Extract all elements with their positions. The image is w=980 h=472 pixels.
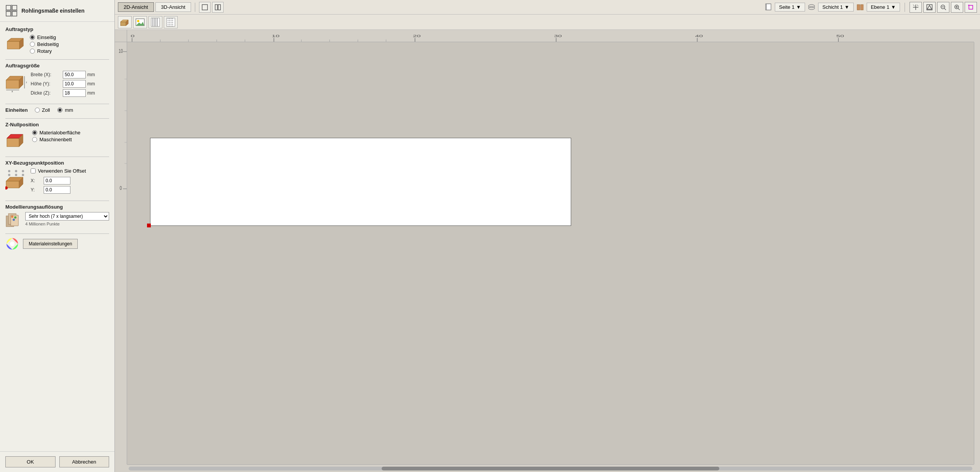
svg-line-48 [913, 5, 915, 6]
seite-dropdown[interactable]: Seite 1 ▼ [775, 3, 805, 11]
image-button[interactable] [133, 16, 147, 28]
auftragstyp-einseitig[interactable]: Einseitig [30, 34, 59, 40]
zoom-out-button[interactable] [937, 2, 949, 13]
einheiten-mm[interactable]: mm [57, 107, 73, 113]
znull-maschinenbett[interactable]: Maschinenbett [32, 137, 80, 142]
top-right-tools [910, 2, 977, 13]
svg-point-34 [13, 219, 15, 221]
ebene-dropdown[interactable]: Ebene 1 ▼ [867, 3, 900, 11]
svg-point-23 [8, 170, 10, 172]
auftragstyp-title: Auftragstyp [5, 26, 109, 32]
panel-footer: OK Abbrechen [0, 451, 114, 472]
schicht-dropdown[interactable]: Schicht 1 ▼ [818, 3, 853, 11]
cross-tool-button[interactable] [910, 2, 922, 13]
breite-input[interactable] [63, 71, 86, 78]
einheiten-section: Einheiten Zoll mm [5, 107, 109, 113]
box3d-button[interactable] [118, 16, 132, 28]
svg-point-25 [22, 170, 24, 172]
layout-split-button[interactable] [212, 2, 224, 13]
box3d-icon [120, 17, 130, 27]
xy-icon-area [5, 168, 27, 191]
panel-body: Auftragstyp Einseitig Beidseitig [0, 22, 114, 451]
ruler-h: 0 10 20 30 40 50 [127, 30, 974, 42]
svg-text:z: z [26, 81, 27, 83]
pattern1-icon [150, 17, 160, 27]
y-row: Y: [31, 186, 109, 194]
znull-row: Materialoberfläche Maschinenbett [5, 130, 109, 151]
ruler-v: 10 0 [115, 42, 127, 464]
znull-materialoberfläche[interactable]: Materialoberfläche [32, 130, 80, 136]
page-icon [764, 3, 773, 11]
layout-single-button[interactable] [199, 2, 211, 13]
auftragstyp-rotary[interactable]: Rotary [30, 48, 59, 54]
xy-checkbox-row[interactable]: Verwenden Sie Offset [31, 168, 109, 174]
divider-1 [5, 59, 109, 60]
fit-view-button[interactable] [965, 2, 977, 13]
canvas-work[interactable] [127, 42, 974, 464]
cancel-button[interactable]: Abbrechen [59, 456, 109, 467]
svg-rect-0 [6, 5, 11, 10]
hoehe-input[interactable] [63, 80, 86, 88]
y-input[interactable] [44, 186, 70, 194]
svg-rect-16 [7, 138, 19, 147]
svg-rect-2 [6, 11, 11, 16]
svg-text:10: 10 [119, 48, 123, 54]
breite-unit: mm [87, 72, 95, 77]
svg-rect-9 [6, 80, 19, 88]
x-label: X: [31, 178, 42, 183]
fit-view-icon [968, 4, 974, 10]
pattern2-button[interactable] [164, 16, 178, 28]
svg-line-49 [917, 5, 918, 6]
svg-rect-59 [969, 5, 973, 9]
svg-line-53 [944, 8, 946, 10]
triangle-tool-button[interactable] [923, 2, 936, 13]
zoom-out-icon [940, 4, 946, 10]
view-3d-button[interactable]: 3D-Ansicht [155, 2, 191, 12]
model-select[interactable]: Sehr hoch (7 x langsamer) Hoch (3 x lang… [25, 212, 109, 220]
mat-button[interactable]: Materialeinstellungen [23, 239, 78, 249]
scrollbar-track-h [129, 467, 972, 470]
auftragstyp-row: Einseitig Beidseitig Rotary [5, 34, 109, 54]
svg-text:30: 30 [554, 34, 562, 38]
svg-rect-3 [12, 11, 17, 16]
main-area: 2D-Ansicht 3D-Ansicht Seite 1 ▼ [115, 0, 980, 472]
scrollbar-v[interactable] [974, 42, 980, 464]
svg-marker-51 [927, 5, 932, 9]
breite-row: Breite (X): mm [31, 71, 109, 78]
model-icon [5, 212, 21, 228]
divider-3 [5, 118, 109, 119]
dicke-label: Dicke (Z): [31, 90, 61, 96]
offset-checkbox[interactable] [31, 168, 36, 173]
znull-title: Z-Nullposition [5, 122, 109, 127]
x-input[interactable] [44, 177, 70, 185]
model-right: Sehr hoch (7 x langsamer) Hoch (3 x lang… [25, 212, 109, 226]
panel-header-icon [5, 5, 18, 17]
material-canvas [150, 138, 571, 226]
y-label: Y: [31, 187, 42, 193]
hoehe-label: Höhe (Y): [31, 81, 61, 87]
scrollbar-h[interactable] [127, 464, 974, 472]
svg-rect-19 [6, 181, 19, 188]
ok-button[interactable]: OK [5, 456, 56, 467]
schicht-icon [807, 3, 816, 11]
x-row: X: [31, 177, 109, 185]
auftragstyp-beidseitig[interactable]: Beidseitig [30, 41, 59, 47]
zoom-in-icon [954, 4, 960, 10]
dicke-input[interactable] [63, 89, 86, 97]
canvas-toolbar [115, 15, 980, 30]
zoom-in-button[interactable] [951, 2, 963, 13]
divider-2 [5, 104, 109, 104]
scrollbar-thumb-h[interactable] [382, 467, 719, 470]
svg-text:x: x [11, 90, 13, 92]
view-2d-button[interactable]: 2D-Ansicht [118, 2, 154, 12]
image-icon [135, 17, 145, 27]
svg-rect-38 [215, 5, 217, 10]
pattern1-button[interactable] [149, 16, 162, 28]
svg-text:40: 40 [695, 34, 703, 38]
einheiten-zoll[interactable]: Zoll [35, 107, 50, 113]
canvas-area: 0 10 20 30 40 50 [115, 30, 980, 472]
ruler-v-svg: 10 0 [115, 42, 127, 464]
svg-text:20: 20 [413, 34, 421, 38]
hoehe-unit: mm [87, 81, 95, 87]
toolbar-sep-1 [195, 3, 195, 12]
